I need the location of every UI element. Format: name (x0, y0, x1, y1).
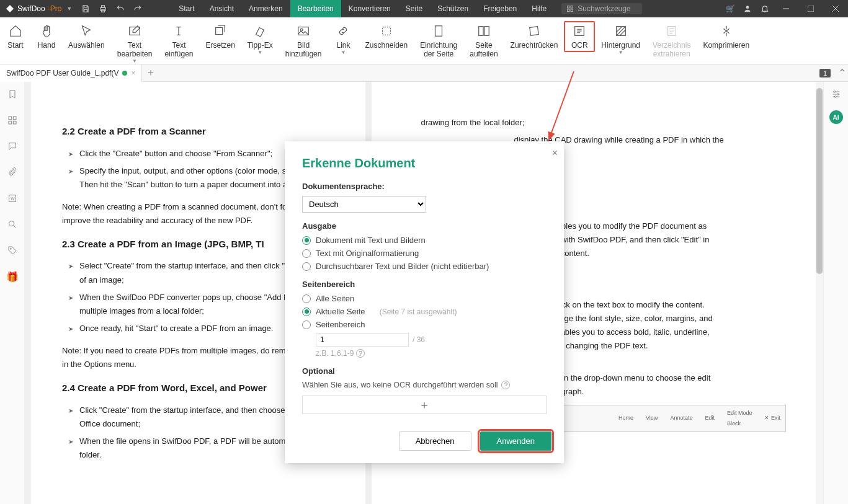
menu-seite[interactable]: Seite (398, 0, 430, 17)
page-range-input[interactable] (316, 333, 409, 347)
add-tab-button[interactable]: ＋ (142, 64, 159, 82)
tool-ocr[interactable]: OCR (564, 21, 595, 52)
bell-icon[interactable] (756, 0, 774, 17)
grid-icon (566, 5, 574, 12)
range-current-page[interactable]: Aktuelle Seite (Seite 7 ist ausgewählt) (302, 307, 547, 316)
close-icon[interactable] (823, 0, 848, 17)
attachment-icon[interactable] (5, 165, 20, 180)
svg-rect-17 (435, 26, 442, 37)
tool-add-image-label: Bild hinzufügen (285, 41, 322, 58)
tool-select[interactable]: Auswählen (62, 21, 111, 52)
output-option-3[interactable]: Durchsuchbarer Text und Bilder (nicht ed… (302, 262, 547, 271)
comment-icon[interactable] (5, 139, 20, 154)
menu-anmerken[interactable]: Anmerken (241, 0, 290, 17)
tool-text-insert-label: Text einfügen (164, 41, 193, 58)
tool-replace-label: Ersetzen (205, 41, 234, 50)
document-tab[interactable]: SwifDoo PDF User Guide_L.pdf(V × (0, 64, 142, 82)
svg-rect-9 (808, 6, 814, 12)
page-range-label: Seitenbereich (302, 280, 547, 289)
radio-icon[interactable] (302, 307, 311, 316)
radio-icon[interactable] (302, 262, 311, 271)
output-label: Ausgabe (302, 221, 547, 231)
tool-select-label: Auswählen (68, 41, 105, 50)
search-placeholder: Suchwerkzeuge (578, 4, 630, 13)
language-select[interactable]: Deutsch (302, 196, 426, 213)
brand-dropdown-icon[interactable]: ▼ (66, 6, 72, 12)
menu-start[interactable]: Start (171, 0, 202, 17)
menu-freigeben[interactable]: Freigeben (476, 0, 524, 17)
tool-text-insert[interactable]: Text einfügen (158, 21, 199, 61)
minimize-icon[interactable] (774, 0, 798, 17)
apply-button[interactable]: Anwenden (480, 431, 551, 451)
scrollbar-thumb[interactable] (816, 88, 823, 274)
tab-close-icon[interactable]: × (131, 69, 135, 77)
brand-name-2: -Pro (48, 4, 62, 13)
svg-rect-5 (568, 9, 570, 12)
tool-compress[interactable]: Komprimieren (697, 21, 756, 52)
tool-link[interactable]: Link▼ (328, 21, 359, 58)
chevron-up-icon[interactable]: ⌃ (836, 67, 848, 79)
tag-icon[interactable] (5, 243, 20, 258)
tool-deskew[interactable]: Zurechtrücken (504, 21, 565, 52)
tool-split-page[interactable]: Seite aufteilen (463, 21, 504, 61)
app-logo: SwifDoo-Pro ▼ (0, 4, 77, 14)
menu-schuetzen[interactable]: Schützen (430, 0, 476, 17)
output-option-1[interactable]: Dokument mit Text und Bildern (302, 236, 547, 245)
cart-icon[interactable]: 🛒 (721, 0, 739, 17)
left-sidebar: W 🎁 (0, 82, 25, 504)
settings-slider-icon[interactable] (829, 87, 844, 102)
help-icon[interactable]: ? (501, 381, 510, 389)
cancel-button[interactable]: Abbrechen (399, 431, 471, 451)
range-all-pages[interactable]: Alle Seiten (302, 294, 547, 303)
tool-tippex[interactable]: Tipp-Ex▼ (241, 21, 279, 58)
radio-icon[interactable] (302, 294, 311, 303)
tool-background[interactable]: Hintergrund▼ (595, 21, 646, 58)
bookmark-icon[interactable] (5, 87, 20, 102)
dialog-close-icon[interactable]: × (552, 148, 558, 159)
output-option-2[interactable]: Text mit Originalformatierung (302, 249, 547, 258)
gift-icon[interactable]: 🎁 (5, 269, 20, 284)
main-menu: Start Ansicht Anmerken Bearbeiten Konver… (171, 0, 554, 17)
help-icon[interactable]: ? (356, 349, 365, 358)
svg-point-31 (10, 248, 11, 249)
language-label: Dokumentensprache: (302, 182, 547, 191)
svg-rect-4 (571, 6, 573, 9)
radio-icon[interactable] (302, 236, 311, 245)
svg-point-34 (834, 96, 836, 98)
svg-rect-25 (13, 117, 16, 120)
vertical-scrollbar[interactable] (816, 82, 823, 504)
maximize-icon[interactable] (798, 0, 823, 17)
word-icon[interactable]: W (5, 191, 20, 206)
user-icon[interactable] (739, 0, 756, 17)
titlebar-right-icons: 🛒 (721, 0, 848, 17)
tool-crop-label: Zuschneiden (365, 41, 408, 50)
dialog-title: Erkenne Dokument (302, 156, 547, 170)
menu-hilfe[interactable]: Hilfe (524, 0, 554, 17)
thumbnails-icon[interactable] (5, 113, 20, 128)
tool-page-setup[interactable]: Einrichtung der Seite (414, 21, 463, 61)
redo-icon[interactable] (129, 0, 146, 17)
menu-ansicht[interactable]: Ansicht (202, 0, 241, 17)
radio-icon[interactable] (302, 321, 311, 329)
swifdoo-logo-icon (5, 4, 15, 14)
undo-icon[interactable] (112, 0, 129, 17)
search-tools-box[interactable]: Suchwerkzeuge (561, 3, 642, 14)
tool-hand[interactable]: Hand (31, 21, 62, 52)
heading-2-2: 2.2 Create a PDF from a Scanner (62, 123, 334, 139)
add-exclusion-button[interactable]: ＋ (302, 396, 547, 414)
tool-text-edit[interactable]: Text bearbeiten▼ (111, 21, 159, 66)
print-icon[interactable] (94, 0, 112, 17)
tool-add-image[interactable]: Bild hinzufügen (279, 21, 328, 61)
tool-crop[interactable]: Zuschneiden (359, 21, 414, 52)
tool-replace[interactable]: Ersetzen (199, 21, 241, 52)
radio-icon[interactable] (302, 249, 311, 258)
ribbon-toolbar: Start Hand Auswählen Text bearbeiten▼ Te… (0, 17, 848, 64)
menu-konvertieren[interactable]: Konvertieren (341, 0, 398, 17)
tool-start[interactable]: Start (0, 21, 31, 52)
tool-deskew-label: Zurechtrücken (511, 41, 558, 50)
ai-badge-icon[interactable]: AI (829, 110, 843, 124)
save-icon[interactable] (77, 0, 94, 17)
search-icon[interactable] (5, 217, 20, 232)
range-custom[interactable]: Seitenbereich (302, 320, 547, 329)
menu-bearbeiten[interactable]: Bearbeiten (290, 0, 341, 17)
